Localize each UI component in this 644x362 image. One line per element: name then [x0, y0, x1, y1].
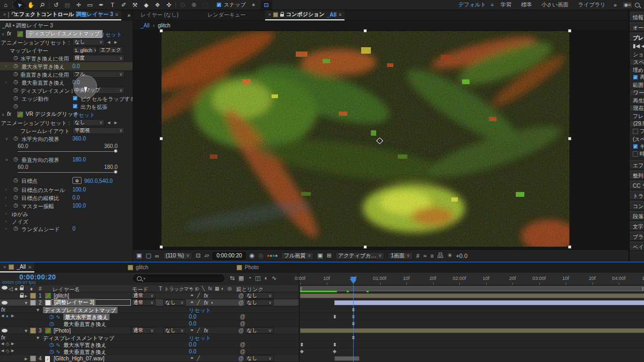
- snap-feature-icon[interactable]: ⊡: [261, 1, 272, 10]
- tab-layer-viewer[interactable]: レイヤー (なし): [137, 10, 182, 20]
- time-display[interactable]: 0:00:00:20: [213, 252, 245, 260]
- property-value[interactable]: 0.0: [189, 314, 196, 320]
- twirl-icon[interactable]: ▾: [36, 307, 39, 313]
- layer-switch-icon[interactable]: fx: [204, 328, 208, 334]
- work-area-bar[interactable]: [300, 286, 644, 291]
- exposure-value[interactable]: +0.0: [456, 253, 467, 259]
- lock-icon[interactable]: [20, 293, 24, 299]
- graph-icon[interactable]: ∿: [56, 314, 60, 320]
- stopwatch-icon[interactable]: ◷: [13, 79, 18, 85]
- pickwhip-icon[interactable]: @: [240, 349, 245, 354]
- next-preset-icon[interactable]: ▶: [114, 121, 117, 125]
- view-options-icon[interactable]: ▣: [136, 252, 142, 259]
- pickwhip-icon[interactable]: @: [240, 342, 245, 348]
- expand-caret-icon[interactable]: ›: [5, 227, 6, 231]
- keyframe-indicator[interactable]: ●: [6, 314, 9, 319]
- stopwatch-icon[interactable]: ◷: [13, 202, 18, 208]
- selection-handle[interactable]: [363, 29, 367, 33]
- home-tool[interactable]: ⌂: [0, 1, 11, 10]
- preview-dropdown[interactable]: (29.97): [630, 120, 644, 127]
- clone-stamp-tool[interactable]: ⚒: [129, 1, 141, 10]
- keyframe-indicator[interactable]: ◇: [6, 349, 9, 353]
- panel-tab-エフェク[interactable]: エフェク: [630, 160, 644, 169]
- breadcrumb-comp[interactable]: _All: [141, 23, 150, 28]
- layer-switch-icon[interactable]: fx: [204, 293, 208, 299]
- view-3d-dropdown[interactable]: アクティブカ…∨: [335, 252, 384, 260]
- timeline-search-input[interactable]: ▾: [133, 275, 224, 282]
- layer-row-3[interactable]: ▾3[Photo]通常∨なし∨⚭╱fx@なし∨: [0, 327, 298, 334]
- selection-handle[interactable]: [159, 245, 163, 249]
- keyframe[interactable]: [301, 343, 303, 346]
- region-of-interest-icon[interactable]: ▣: [317, 252, 323, 259]
- expand-caret-icon[interactable]: ∨: [2, 113, 4, 117]
- effect-group-row[interactable]: fx▾ディスプレイスメントマップリセット: [0, 334, 298, 341]
- parent-dropdown[interactable]: なし∨: [245, 355, 274, 361]
- dropdown-なし[interactable]: なし∨: [72, 39, 105, 46]
- dropdown-輝度[interactable]: 輝度∨: [72, 55, 125, 62]
- layer-switch-icon[interactable]: ╱: [197, 293, 200, 298]
- twirl-icon[interactable]: ▾: [25, 300, 27, 306]
- tab-overflow-icon[interactable]: »: [127, 12, 133, 18]
- tab-render-queue[interactable]: レンダーキュー: [204, 10, 249, 20]
- parent-pickwhip-icon[interactable]: @: [238, 300, 244, 306]
- expand-caret-icon[interactable]: ›: [5, 80, 6, 84]
- effect-group-row[interactable]: fx▾ディスプレイスメントマップリセット: [0, 306, 298, 313]
- property-value[interactable]: 0.0: [189, 321, 196, 327]
- next-preset-icon[interactable]: ▶: [114, 40, 117, 45]
- preview-dropdown[interactable]: 現在の時: [630, 105, 644, 112]
- workspace-tab-ライブラリ[interactable]: ライブラリ: [573, 1, 610, 9]
- pickwhip-icon[interactable]: @: [240, 314, 245, 320]
- comp-marker-icon[interactable]: ⇆: [230, 275, 235, 282]
- close-icon[interactable]: ×: [3, 12, 6, 17]
- dropdown-中央マップ[interactable]: 中央マップ∨: [72, 87, 125, 94]
- close-icon[interactable]: ×: [3, 264, 6, 270]
- workspace-overflow-icon[interactable]: »: [610, 2, 620, 8]
- puppet-pin-tool[interactable]: ✜: [163, 1, 174, 10]
- stopwatch-icon[interactable]: ◷: [13, 55, 18, 61]
- property-value[interactable]: 0.0: [72, 195, 80, 201]
- stopwatch-icon[interactable]: ◷: [13, 95, 18, 101]
- property-value[interactable]: 0: [72, 226, 76, 232]
- layer-duration-bar[interactable]: [300, 328, 644, 333]
- composition-image[interactable]: [162, 31, 569, 247]
- layer-switch-icon[interactable]: ⚭: [190, 356, 194, 361]
- next-keyframe-icon[interactable]: ▶: [11, 349, 14, 353]
- graph-editor-icon[interactable]: ∿: [272, 275, 276, 282]
- next-keyframe-icon[interactable]: ▶: [11, 314, 14, 318]
- workspace-tab-小さい画面[interactable]: 小さい画面: [537, 1, 573, 9]
- preview-checkbox[interactable]: ✓時間: [630, 151, 644, 157]
- property-value[interactable]: 180.0: [72, 157, 86, 162]
- point-value[interactable]: 960.0,540.0: [84, 178, 113, 184]
- motion-blur-icon[interactable]: ◐: [265, 275, 268, 282]
- tab-composition[interactable]: × コンポジション _All ≡: [265, 10, 345, 20]
- slider-track[interactable]: [18, 172, 115, 173]
- dropdown-平面視[interactable]: 平面視∨: [72, 127, 125, 134]
- mode-dropdown[interactable]: 通常∨: [131, 327, 156, 334]
- close-icon[interactable]: ×: [268, 12, 271, 17]
- selection-handle[interactable]: [159, 137, 163, 141]
- stopwatch-icon[interactable]: ◷: [13, 156, 18, 162]
- stopwatch-icon[interactable]: ◷: [13, 63, 18, 69]
- twirl-icon[interactable]: ▾: [36, 335, 39, 341]
- previous-preset-icon[interactable]: ◀: [107, 121, 110, 125]
- parent-dropdown[interactable]: なし∨: [245, 327, 274, 334]
- slider-handle[interactable]: [114, 149, 118, 153]
- dropdown-1. glitch[interactable]: 1. glitch∨: [72, 47, 97, 54]
- workspace-menu-icon[interactable]: ≡: [491, 2, 494, 8]
- preview-checkbox[interactable]: ✓フルス: [630, 128, 644, 135]
- panel-tab-情報[interactable]: 情報: [630, 12, 644, 21]
- layer-switch-icon[interactable]: ╱: [197, 300, 200, 305]
- expand-caret-icon[interactable]: ›: [5, 212, 6, 216]
- expand-caret-icon[interactable]: ∨: [2, 32, 4, 36]
- flowchart-icon[interactable]: 品: [437, 252, 443, 260]
- prev-keyframe-icon[interactable]: ◀: [1, 314, 4, 318]
- brush-tool[interactable]: ✐: [118, 1, 129, 10]
- stopwatch-icon[interactable]: ◷: [13, 103, 18, 109]
- pixel-aspect-icon[interactable]: #: [416, 253, 420, 259]
- selection-handle[interactable]: [568, 137, 572, 141]
- stopwatch-icon[interactable]: ◷: [13, 186, 18, 192]
- prev-keyframe-icon[interactable]: ◀: [1, 342, 4, 346]
- reset-link[interactable]: リセット: [73, 112, 95, 119]
- panel-tab-ブラシ[interactable]: ブラシ: [630, 232, 644, 241]
- snap-checkbox[interactable]: ✓: [216, 2, 222, 8]
